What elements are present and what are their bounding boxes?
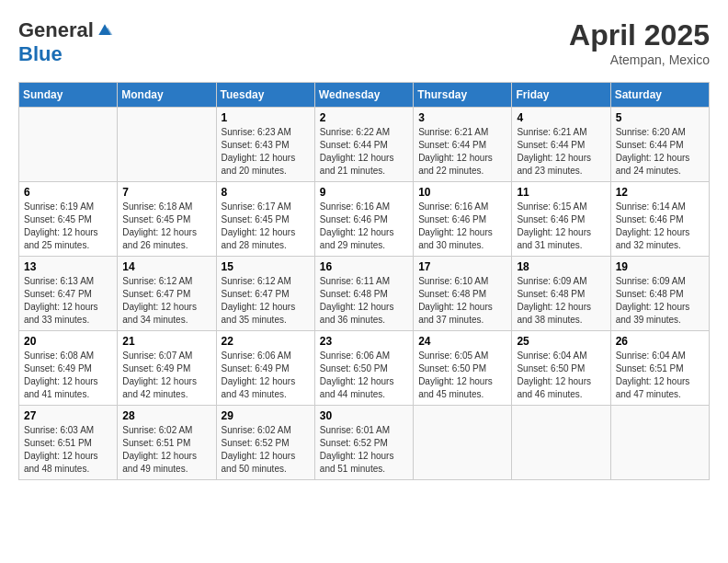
cell-details: Sunrise: 6:06 AMSunset: 6:49 PMDaylight:… [222,350,310,401]
calendar-cell: 13 Sunrise: 6:13 AMSunset: 6:47 PMDaylig… [19,257,118,331]
day-number: 24 [418,335,506,348]
day-number: 30 [320,409,408,422]
calendar-cell: 27 Sunrise: 6:03 AMSunset: 6:51 PMDaylig… [19,406,118,480]
day-number: 23 [320,335,408,348]
day-number: 29 [222,409,310,422]
cell-details: Sunrise: 6:12 AMSunset: 6:47 PMDaylight:… [222,275,310,327]
calendar-cell: 7 Sunrise: 6:18 AMSunset: 6:45 PMDayligh… [118,182,216,257]
cell-details: Sunrise: 6:04 AMSunset: 6:51 PMDaylight:… [616,350,704,401]
calendar-header-row: Sunday Monday Tuesday Wednesday Thursday… [19,83,710,108]
cell-details: Sunrise: 6:12 AMSunset: 6:47 PMDaylight:… [122,275,210,327]
cell-details: Sunrise: 6:05 AMSunset: 6:50 PMDaylight:… [418,350,506,401]
calendar-cell: 30 Sunrise: 6:01 AMSunset: 6:52 PMDaylig… [314,406,413,480]
calendar-cell: 2 Sunrise: 6:22 AMSunset: 6:44 PMDayligh… [314,108,413,182]
calendar-cell: 8 Sunrise: 6:17 AMSunset: 6:45 PMDayligh… [216,182,314,257]
day-number: 15 [222,260,310,273]
calendar-cell: 25 Sunrise: 6:04 AMSunset: 6:50 PMDaylig… [512,331,610,406]
col-thursday: Thursday [414,83,512,108]
cell-details: Sunrise: 6:07 AMSunset: 6:49 PMDaylight:… [122,350,210,401]
calendar-cell: 28 Sunrise: 6:02 AMSunset: 6:51 PMDaylig… [118,406,216,480]
logo: General Blue [18,18,114,66]
calendar-cell: 19 Sunrise: 6:09 AMSunset: 6:48 PMDaylig… [610,257,709,331]
calendar-cell: 24 Sunrise: 6:05 AMSunset: 6:50 PMDaylig… [414,331,512,406]
page-header: General Blue April 2025 Atempan, Mexico [18,18,710,67]
day-number: 16 [320,260,408,273]
day-number: 26 [616,335,704,348]
day-number: 14 [122,260,210,273]
day-number: 11 [517,186,605,199]
day-number: 12 [616,186,704,199]
cell-details: Sunrise: 6:02 AMSunset: 6:51 PMDaylight:… [122,424,210,476]
calendar-cell: 12 Sunrise: 6:14 AMSunset: 6:46 PMDaylig… [610,182,709,257]
calendar-cell [118,108,216,182]
cell-details: Sunrise: 6:16 AMSunset: 6:46 PMDaylight:… [418,201,506,252]
cell-details: Sunrise: 6:13 AMSunset: 6:47 PMDaylight:… [24,275,112,327]
calendar-week-5: 27 Sunrise: 6:03 AMSunset: 6:51 PMDaylig… [19,406,710,480]
col-monday: Monday [118,83,216,108]
calendar-cell: 18 Sunrise: 6:09 AMSunset: 6:48 PMDaylig… [512,257,610,331]
calendar-cell: 4 Sunrise: 6:21 AMSunset: 6:44 PMDayligh… [512,108,610,182]
calendar-cell: 14 Sunrise: 6:12 AMSunset: 6:47 PMDaylig… [118,257,216,331]
calendar-cell: 16 Sunrise: 6:11 AMSunset: 6:48 PMDaylig… [314,257,413,331]
cell-details: Sunrise: 6:16 AMSunset: 6:46 PMDaylight:… [320,201,408,252]
day-number: 3 [418,111,506,124]
day-number: 7 [122,186,210,199]
col-saturday: Saturday [610,83,709,108]
calendar-cell: 20 Sunrise: 6:08 AMSunset: 6:49 PMDaylig… [19,331,118,406]
cell-details: Sunrise: 6:21 AMSunset: 6:44 PMDaylight:… [418,126,506,178]
col-wednesday: Wednesday [314,83,413,108]
logo-general-text: General [18,18,94,42]
cell-details: Sunrise: 6:09 AMSunset: 6:48 PMDaylight:… [616,275,704,327]
cell-details: Sunrise: 6:03 AMSunset: 6:51 PMDaylight:… [24,424,112,476]
calendar-cell: 11 Sunrise: 6:15 AMSunset: 6:46 PMDaylig… [512,182,610,257]
calendar-cell: 23 Sunrise: 6:06 AMSunset: 6:50 PMDaylig… [314,331,413,406]
calendar-cell: 26 Sunrise: 6:04 AMSunset: 6:51 PMDaylig… [610,331,709,406]
cell-details: Sunrise: 6:09 AMSunset: 6:48 PMDaylight:… [517,275,605,327]
day-number: 20 [24,335,112,348]
cell-details: Sunrise: 6:04 AMSunset: 6:50 PMDaylight:… [517,350,605,401]
cell-details: Sunrise: 6:23 AMSunset: 6:43 PMDaylight:… [222,126,310,178]
day-number: 25 [517,335,605,348]
calendar-cell: 15 Sunrise: 6:12 AMSunset: 6:47 PMDaylig… [216,257,314,331]
calendar-cell: 3 Sunrise: 6:21 AMSunset: 6:44 PMDayligh… [414,108,512,182]
day-number: 27 [24,409,112,422]
cell-details: Sunrise: 6:02 AMSunset: 6:52 PMDaylight:… [222,424,310,476]
cell-details: Sunrise: 6:10 AMSunset: 6:48 PMDaylight:… [418,275,506,327]
cell-details: Sunrise: 6:14 AMSunset: 6:46 PMDaylight:… [616,201,704,252]
cell-details: Sunrise: 6:19 AMSunset: 6:45 PMDaylight:… [24,201,112,252]
day-number: 8 [222,186,310,199]
day-number: 5 [616,111,704,124]
cell-details: Sunrise: 6:17 AMSunset: 6:45 PMDaylight:… [222,201,310,252]
day-number: 18 [517,260,605,273]
calendar-cell: 21 Sunrise: 6:07 AMSunset: 6:49 PMDaylig… [118,331,216,406]
calendar-cell: 5 Sunrise: 6:20 AMSunset: 6:44 PMDayligh… [610,108,709,182]
day-number: 4 [517,111,605,124]
day-number: 9 [320,186,408,199]
calendar-cell: 29 Sunrise: 6:02 AMSunset: 6:52 PMDaylig… [216,406,314,480]
col-sunday: Sunday [19,83,118,108]
cell-details: Sunrise: 6:11 AMSunset: 6:48 PMDaylight:… [320,275,408,327]
col-friday: Friday [512,83,610,108]
day-number: 22 [222,335,310,348]
calendar-cell: 22 Sunrise: 6:06 AMSunset: 6:49 PMDaylig… [216,331,314,406]
calendar-week-2: 6 Sunrise: 6:19 AMSunset: 6:45 PMDayligh… [19,182,710,257]
cell-details: Sunrise: 6:06 AMSunset: 6:50 PMDaylight:… [320,350,408,401]
calendar-week-3: 13 Sunrise: 6:13 AMSunset: 6:47 PMDaylig… [19,257,710,331]
cell-details: Sunrise: 6:21 AMSunset: 6:44 PMDaylight:… [517,126,605,178]
calendar-cell [414,406,512,480]
day-number: 6 [24,186,112,199]
calendar-cell: 1 Sunrise: 6:23 AMSunset: 6:43 PMDayligh… [216,108,314,182]
day-number: 21 [122,335,210,348]
day-number: 17 [418,260,506,273]
logo-icon [96,21,114,40]
location-title: Atempan, Mexico [569,52,710,67]
day-number: 28 [122,409,210,422]
cell-details: Sunrise: 6:01 AMSunset: 6:52 PMDaylight:… [320,424,408,476]
calendar-cell [512,406,610,480]
cell-details: Sunrise: 6:20 AMSunset: 6:44 PMDaylight:… [616,126,704,178]
calendar-week-1: 1 Sunrise: 6:23 AMSunset: 6:43 PMDayligh… [19,108,710,182]
calendar-cell: 9 Sunrise: 6:16 AMSunset: 6:46 PMDayligh… [314,182,413,257]
cell-details: Sunrise: 6:22 AMSunset: 6:44 PMDaylight:… [320,126,408,178]
calendar-table: Sunday Monday Tuesday Wednesday Thursday… [18,82,710,480]
day-number: 10 [418,186,506,199]
